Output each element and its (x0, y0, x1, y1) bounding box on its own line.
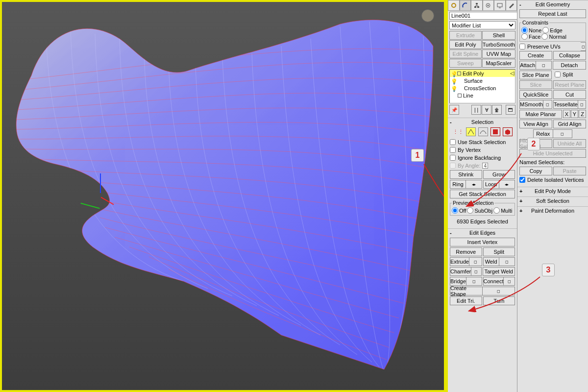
constraint-face-radio[interactable]: Face (521, 33, 540, 40)
split-checkbox[interactable]: Split (553, 71, 586, 78)
preserve-uvs-checkbox[interactable]: Preserve UVs◻ (519, 43, 586, 50)
mod-uvwmap-button[interactable]: UVW Map (482, 49, 515, 58)
use-stack-selection-checkbox[interactable]: Use Stack Selection (450, 138, 515, 146)
mod-shell-button[interactable]: Shell (482, 31, 515, 40)
repeat-last-button[interactable]: Repeat Last (519, 9, 586, 18)
msmooth-settings-button[interactable]: ◻ (543, 100, 552, 109)
object-name-input[interactable] (449, 12, 521, 20)
mesh-preview (7, 12, 438, 384)
rollout-selection-header[interactable]: -Selection (448, 118, 517, 125)
planar-y-button[interactable]: Y (571, 110, 578, 118)
pin-stack-button[interactable]: 📌 (449, 105, 459, 115)
tab-motion[interactable] (483, 0, 494, 10)
mod-mapscaler-button[interactable]: MapScaler (482, 59, 515, 68)
relax-button[interactable]: Relax (533, 129, 553, 138)
attach-button[interactable]: Attach (519, 61, 536, 70)
weld-button[interactable]: Weld (483, 257, 499, 266)
subobj-polygon-button[interactable] (490, 127, 500, 136)
viewport-3d[interactable]: 1 (0, 0, 446, 392)
hammer-icon (508, 2, 514, 8)
delete-isolated-vertices-checkbox[interactable]: Delete Isolated Vertices (519, 176, 586, 184)
lightbulb-icon[interactable]: 💡 (451, 71, 456, 76)
subobj-vertex-button[interactable]: ⋮⋮ (453, 129, 464, 135)
stack-item-line[interactable]: Line (450, 92, 515, 99)
chamfer-settings-button[interactable]: ◻ (471, 267, 481, 276)
constraint-edge-radio[interactable]: Edge (542, 27, 563, 33)
axis-z[interactable] (100, 173, 101, 193)
lightbulb-icon[interactable]: 💡 (451, 78, 456, 83)
subobj-border-button[interactable] (478, 127, 488, 136)
weld-settings-button[interactable]: ◻ (499, 257, 515, 266)
modifier-list-dropdown[interactable]: Modifier List (449, 21, 515, 29)
detach-button[interactable]: Detach (553, 61, 586, 70)
attach-list-button[interactable]: ◻ (536, 61, 552, 70)
modifier-stack[interactable]: 💡Edit Poly◁ 💡Surface 💡CrossSection Line (449, 69, 515, 103)
rollout-edit-poly-mode-header[interactable]: +Edit Poly Mode (517, 187, 588, 195)
relax-settings-button[interactable]: ◻ (553, 129, 573, 138)
planar-x-button[interactable]: X (563, 110, 570, 118)
extrude-edge-button[interactable]: Extrude (450, 257, 469, 266)
stack-item-crosssection[interactable]: 💡CrossSection (450, 84, 515, 92)
svg-point-5 (488, 5, 489, 6)
command-panel-tabs (448, 0, 517, 11)
expand-icon[interactable] (458, 94, 462, 98)
preserve-uvs-settings-button[interactable]: ◻ (581, 42, 586, 51)
mod-turbosmooth-button[interactable]: TurboSmooth (482, 40, 515, 49)
mod-sweep-button[interactable]: Sweep (449, 59, 482, 68)
make-planar-button[interactable]: Make Planar (519, 110, 562, 119)
tessellate-settings-button[interactable]: ◻ (578, 100, 586, 109)
named-selections-label: Named Selections: (519, 158, 586, 166)
tab-display[interactable] (494, 0, 506, 10)
remove-modifier-button[interactable]: 🗑 (492, 105, 502, 115)
mod-extrude-button[interactable]: Extrude (449, 31, 482, 40)
stack-item-surface[interactable]: 💡Surface (450, 77, 515, 84)
lightbulb-icon[interactable]: 💡 (451, 86, 456, 91)
stack-item-editpoly[interactable]: 💡Edit Poly◁ (450, 70, 515, 77)
tab-modify[interactable] (460, 0, 471, 10)
extrude-settings-button[interactable]: ◻ (469, 257, 482, 266)
subobj-element-button[interactable] (503, 127, 513, 136)
constraint-none-radio[interactable]: None (521, 27, 541, 33)
edit-geometry-panel: -Edit Geometry Repeat Last Constraints N… (517, 0, 588, 392)
remove-button[interactable]: Remove (450, 247, 482, 256)
target-weld-button[interactable]: Target Weld (483, 267, 515, 276)
rollout-edit-geometry-header[interactable]: -Edit Geometry (517, 0, 588, 8)
view-align-button[interactable]: View Align (519, 120, 552, 128)
configure-sets-button[interactable]: 🗔 (506, 105, 515, 115)
annotation-2: 2 (527, 138, 540, 150)
show-result-button[interactable]: | | (471, 105, 481, 115)
viewcube[interactable] (421, 9, 434, 22)
bridge-button[interactable]: Bridge (450, 277, 466, 286)
msmooth-button[interactable]: MSmooth (519, 100, 543, 109)
annotation-3: 3 (542, 264, 555, 276)
expand-icon[interactable] (457, 72, 461, 75)
create-button[interactable]: Create (519, 51, 552, 60)
insert-vertex-button[interactable]: Insert Vertex (450, 238, 515, 246)
svg-point-0 (452, 3, 456, 7)
rollout-edit-edges-header[interactable]: -Edit Edges (448, 228, 517, 236)
unhide-all-button: Unhide All (553, 139, 586, 148)
mod-editspline-button[interactable]: Edit Spline (449, 49, 482, 58)
svg-rect-2 (474, 6, 476, 8)
planar-z-button[interactable]: Z (579, 110, 586, 118)
mod-editpoly-button[interactable]: Edit Poly (449, 40, 482, 49)
tab-utilities[interactable] (506, 0, 517, 10)
copy-selection-button[interactable]: Copy (519, 167, 552, 175)
cut-button[interactable]: Cut (553, 90, 586, 99)
subobj-edge-button[interactable] (466, 127, 476, 136)
make-unique-button[interactable]: ∀ (482, 105, 491, 115)
tab-create[interactable] (448, 0, 460, 10)
split-button[interactable]: Split (483, 247, 515, 256)
constraint-normal-radio[interactable]: Normal (541, 33, 566, 40)
chamfer-button[interactable]: Chamfer (450, 267, 471, 276)
tessellate-button[interactable]: Tessellate (553, 100, 578, 109)
rollout-paint-deformation-header[interactable]: +Paint Deformation (517, 206, 588, 214)
tab-hierarchy[interactable] (471, 0, 483, 10)
collapse-button[interactable]: Collapse (553, 51, 586, 60)
arc-icon (462, 2, 468, 8)
quickslice-button[interactable]: QuickSlice (519, 90, 552, 99)
rollout-soft-selection-header[interactable]: +Soft Selection (517, 196, 588, 204)
slice-plane-button[interactable]: Slice Plane (519, 71, 552, 79)
svg-rect-7 (493, 129, 498, 134)
grid-align-button[interactable]: Grid Align (553, 120, 586, 128)
